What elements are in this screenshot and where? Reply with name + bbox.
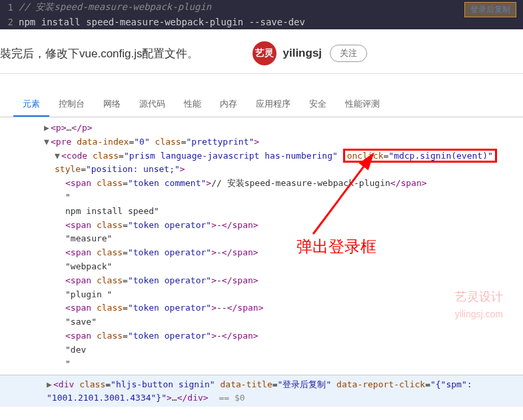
text-node[interactable]: "webpack" [33,260,510,274]
author-name[interactable]: yilingsj [283,47,322,60]
tab-lighthouse[interactable]: 性能评测 [336,93,389,117]
dollar-zero: == $0 [214,393,245,403]
expand-icon[interactable]: ▶ [44,121,51,135]
element-span-operator[interactable]: <span class="token operator">-</span> [33,246,510,260]
expand-icon[interactable]: ▶ [47,378,53,391]
element-p[interactable]: ▶<p>…</p> [33,121,510,135]
element-code[interactable]: ▼<code class="prism language-javascript … [33,149,510,163]
tab-performance[interactable]: 性能 [175,93,211,117]
tab-security[interactable]: 安全 [300,93,336,117]
element-div-line2[interactable]: "1001.2101.3001.4334"}">…</div> == $0 [47,391,510,405]
text-node[interactable]: "plugin " [33,288,510,302]
element-span-comment[interactable]: <span class="token comment">// 安装speed-m… [33,177,510,191]
element-span-operator[interactable]: <span class="token operator">-</span> [33,329,510,343]
annotation-text: 弹出登录框 [296,234,376,259]
tab-memory[interactable]: 内存 [211,93,247,117]
avatar[interactable]: 艺灵 [253,41,276,65]
article-header: 裝完后，修改下vue.config.js配置文件。 艺灵 yilingsj 关注 [0,29,523,74]
element-pre[interactable]: ▼<pre data-index="0" class="prettyprint"… [33,135,510,149]
selected-element-bar[interactable]: ▶<div class="hljs-button signin" data-ti… [0,375,523,407]
devtools-panel: 元素 控制台 网络 源代码 性能 内存 应用程序 安全 性能评测 ▶<p>…</… [0,93,523,407]
code-editor-block: 1 // 安装speed-measure-webpack-plugin 2 np… [0,0,523,29]
tab-console[interactable]: 控制台 [49,93,94,117]
element-span-operator[interactable]: <span class="token operator">-</span> [33,219,510,233]
text-node[interactable]: "measure" [33,232,510,246]
highlighted-onclick: onclick="mdcp.signin(event)" [343,149,497,163]
element-div-line1[interactable]: ▶<div class="hljs-button signin" data-ti… [47,378,510,391]
tab-sources[interactable]: 源代码 [130,93,175,117]
code-comment: // 安装speed-measure-webpack-plugin [19,1,211,13]
line-number: 2 [0,17,19,27]
copy-after-login-button[interactable]: 登录后复制 [464,2,516,17]
collapse-icon[interactable]: ▼ [55,149,61,163]
element-span-operator[interactable]: <span class="token operator">--</span> [33,301,510,315]
text-node[interactable]: "dev [33,343,510,357]
tab-elements[interactable]: 元素 [13,93,49,117]
article-paragraph: 裝完后，修改下vue.config.js配置文件。 [0,46,199,61]
element-code-style[interactable]: style="position: unset;"> [33,163,510,177]
elements-tree[interactable]: ▶<p>…</p> ▼<pre data-index="0" class="pr… [0,117,523,375]
devtools-tabs: 元素 控制台 网络 源代码 性能 内存 应用程序 安全 性能评测 [0,93,523,117]
text-node[interactable]: " [33,357,510,371]
element-span-operator[interactable]: <span class="token operator">-</span> [33,274,510,288]
tab-application[interactable]: 应用程序 [247,93,300,117]
line-number: 1 [0,2,19,13]
text-node[interactable]: npm install speed" [33,205,510,219]
collapse-icon[interactable]: ▼ [44,135,51,149]
code-line-2: 2 npm install speed-measure-webpack-plug… [0,15,523,29]
code-command: npm install speed-measure-webpack-plugin… [19,17,305,27]
code-line-1: 1 // 安装speed-measure-webpack-plugin [0,0,523,15]
follow-button[interactable]: 关注 [330,45,367,62]
author-info: 艺灵 yilingsj 关注 [253,41,368,65]
tab-network[interactable]: 网络 [94,93,130,117]
text-node[interactable]: " [33,191,510,205]
text-node[interactable]: "save" [33,315,510,329]
